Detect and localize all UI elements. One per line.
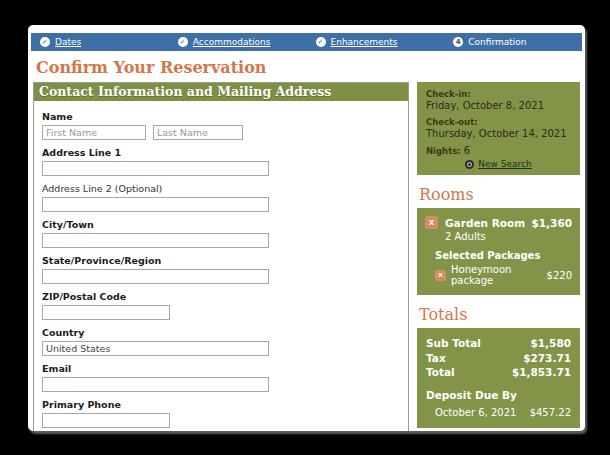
total-row: Total $1,853.71	[426, 365, 571, 380]
check-icon: ✓	[40, 37, 50, 47]
right-column: Check-in: Friday, October 8, 2021 Check-…	[417, 82, 580, 428]
address1-label: Address Line 1	[42, 147, 400, 158]
city-input[interactable]	[42, 233, 269, 248]
last-name-input[interactable]	[153, 125, 243, 140]
zip-input[interactable]	[42, 305, 170, 320]
contact-form: Name Address Line 1 Address Line 2 (Opti…	[34, 101, 408, 431]
tax-label: Tax	[426, 351, 446, 366]
totals-heading: Totals	[419, 305, 580, 324]
new-search-link[interactable]: New Search	[478, 159, 531, 169]
zip-label: ZIP/Postal Code	[42, 291, 400, 302]
step-accommodations[interactable]: ✓ Accommodations	[169, 37, 307, 47]
deposit-date: October 6, 2021	[435, 407, 516, 418]
room-row: x Garden Room $1,360	[425, 216, 572, 229]
new-search-row: New Search	[426, 159, 571, 169]
main-content: Contact Information and Mailing Address …	[28, 82, 585, 431]
address2-label: Address Line 2 (Optional)	[42, 183, 400, 194]
name-label: Name	[42, 111, 400, 122]
package-name: Honeymoon package	[451, 264, 547, 286]
step-confirmation-label: Confirmation	[468, 37, 526, 47]
step-dates-label[interactable]: Dates	[55, 37, 81, 47]
new-search-icon	[465, 160, 474, 169]
room-price: $1,360	[531, 217, 572, 229]
room-name: Garden Room	[445, 217, 525, 229]
primary-phone-input[interactable]	[42, 413, 170, 428]
page-title: Confirm Your Reservation	[36, 58, 585, 77]
step-number-icon: 4	[453, 37, 463, 47]
contact-info-section: Contact Information and Mailing Address …	[33, 82, 409, 431]
remove-room-button[interactable]: x	[425, 216, 438, 229]
nights-row: Nights: 6	[426, 145, 571, 156]
reservation-window: ✓ Dates ✓ Accommodations ✓ Enhancements …	[28, 25, 585, 431]
step-confirmation: 4 Confirmation	[444, 37, 582, 47]
nights-label: Nights:	[426, 146, 461, 156]
name-row	[42, 125, 400, 140]
first-name-input[interactable]	[42, 125, 146, 140]
check-icon: ✓	[178, 37, 188, 47]
check-icon: ✓	[316, 37, 326, 47]
deposit-amount: $457.22	[530, 407, 571, 418]
deposit-row: October 6, 2021 $457.22	[426, 407, 571, 418]
city-label: City/Town	[42, 219, 400, 230]
total-value: $1,853.71	[512, 365, 571, 380]
tax-value: $273.71	[523, 351, 571, 366]
contact-section-header: Contact Information and Mailing Address	[34, 83, 408, 101]
package-price: $220	[547, 270, 572, 281]
step-dates[interactable]: ✓ Dates	[31, 37, 169, 47]
checkout-label: Check-out:	[426, 117, 571, 127]
email-label: Email	[42, 363, 400, 374]
remove-package-button[interactable]: x	[435, 270, 446, 281]
total-label: Total	[426, 365, 455, 380]
totals-box: Sub Total $1,580 Tax $273.71 Total $1,85…	[417, 328, 580, 428]
country-input[interactable]	[42, 341, 269, 356]
country-label: Country	[42, 327, 400, 338]
subtotal-row: Sub Total $1,580	[426, 336, 571, 351]
address2-input[interactable]	[42, 197, 269, 212]
checkin-value: Friday, October 8, 2021	[426, 100, 571, 111]
deposit-due-label: Deposit Due By	[426, 389, 571, 401]
selected-packages-label: Selected Packages	[435, 250, 572, 261]
left-column: Contact Information and Mailing Address …	[33, 82, 409, 431]
checkout-value: Thursday, October 14, 2021	[426, 128, 571, 139]
checkin-label: Check-in:	[426, 89, 571, 99]
rooms-box: x Garden Room $1,360 2 Adults Selected P…	[417, 208, 580, 295]
nights-value: 6	[464, 145, 470, 156]
stay-summary-box: Check-in: Friday, October 8, 2021 Check-…	[417, 82, 580, 175]
room-occupancy: 2 Adults	[445, 231, 572, 242]
state-input[interactable]	[42, 269, 269, 284]
step-enhancements-label[interactable]: Enhancements	[331, 37, 398, 47]
address1-input[interactable]	[42, 161, 269, 176]
step-progress-bar: ✓ Dates ✓ Accommodations ✓ Enhancements …	[31, 33, 582, 51]
subtotal-value: $1,580	[530, 336, 571, 351]
step-accommodations-label[interactable]: Accommodations	[193, 37, 271, 47]
tax-row: Tax $273.71	[426, 351, 571, 366]
rooms-heading: Rooms	[419, 185, 580, 204]
email-input[interactable]	[42, 377, 269, 392]
package-row: x Honeymoon package $220	[435, 264, 572, 286]
state-label: State/Province/Region	[42, 255, 400, 266]
subtotal-label: Sub Total	[426, 336, 481, 351]
step-enhancements[interactable]: ✓ Enhancements	[307, 37, 445, 47]
primary-phone-label: Primary Phone	[42, 399, 400, 410]
